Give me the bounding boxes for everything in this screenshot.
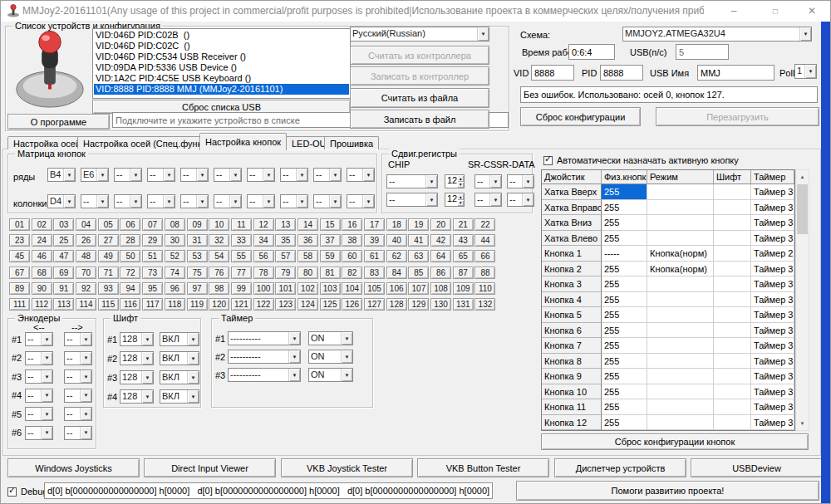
matrix-button[interactable]: 127	[364, 298, 385, 311]
table-cell[interactable]: Таймер 3	[751, 276, 794, 292]
table-row-header-cell[interactable]: Хатка Вправо	[542, 200, 602, 216]
matrix-col-pin-select[interactable]: --▼	[280, 194, 308, 208]
matrix-button[interactable]: 129	[408, 298, 429, 311]
table-row-header-cell[interactable]: Кнопка 8	[542, 354, 602, 369]
matrix-button[interactable]: 81	[320, 267, 341, 279]
table-cell[interactable]	[647, 354, 714, 369]
shift-mode-select[interactable]: ВКЛ▼	[160, 389, 199, 404]
bottom-button[interactable]: Диспетчер устройств	[554, 458, 686, 477]
encoder-right-select[interactable]: --▼	[64, 426, 92, 440]
table-cell[interactable]: Таймер 3	[751, 184, 794, 200]
matrix-button[interactable]: 83	[364, 267, 385, 279]
encoder-right-select[interactable]: --▼	[64, 407, 92, 421]
matrix-button[interactable]: 34	[253, 234, 274, 247]
device-list-item[interactable]: VID:046D PID:C02B ()	[94, 30, 349, 41]
timer-value-select[interactable]: ----------▼	[228, 331, 301, 345]
table-cell[interactable]	[647, 338, 714, 354]
table-cell[interactable]	[714, 323, 751, 339]
matrix-button[interactable]: 59	[320, 250, 341, 262]
table-cell[interactable]	[714, 415, 751, 431]
table-cell[interactable]: Таймер 3	[751, 231, 794, 247]
matrix-button[interactable]: 131	[453, 298, 474, 311]
matrix-button[interactable]: 14	[297, 218, 318, 231]
table-cell[interactable]: Таймер 3	[751, 384, 794, 400]
shift-button-select[interactable]: 128▼	[120, 389, 154, 404]
matrix-button[interactable]: 70	[76, 267, 96, 279]
matrix-button[interactable]: 119	[187, 298, 208, 311]
matrix-button[interactable]: 100	[253, 282, 274, 295]
matrix-button[interactable]: 69	[53, 267, 74, 279]
spin-down-icon[interactable]: ▼	[457, 200, 464, 207]
matrix-button[interactable]: 02	[32, 218, 52, 231]
matrix-button[interactable]: 92	[76, 282, 96, 295]
matrix-button[interactable]: 23	[9, 234, 30, 247]
maximize-button[interactable]: □	[760, 1, 790, 21]
encoder-right-select[interactable]: --▼	[64, 389, 92, 403]
table-row-header-cell[interactable]: Кнопка 6	[542, 323, 602, 339]
table-row-header-cell[interactable]: Кнопка 5	[542, 307, 602, 323]
encoder-left-select[interactable]: --▼	[25, 407, 53, 421]
matrix-button[interactable]: 66	[475, 250, 495, 262]
matrix-button[interactable]: 132	[475, 298, 495, 311]
shift-mode-select[interactable]: ВКЛ▼	[160, 332, 199, 346]
table-cell[interactable]	[647, 231, 714, 247]
table-cell[interactable]: Таймер 3	[751, 292, 794, 308]
encoder-left-select[interactable]: --▼	[25, 426, 53, 440]
matrix-button[interactable]: 85	[408, 267, 429, 279]
matrix-col-pin-select[interactable]: --▼	[180, 194, 209, 208]
shift-button-select[interactable]: 128▼	[120, 370, 154, 384]
bottom-button[interactable]: VKB Joystick Tester	[281, 458, 413, 477]
matrix-button[interactable]: 101	[275, 282, 296, 295]
matrix-button[interactable]: 42	[430, 234, 451, 247]
table-row-header-cell[interactable]: Кнопка 1	[542, 246, 602, 262]
table-cell[interactable]: Таймер 3	[751, 369, 794, 384]
matrix-button[interactable]: 61	[364, 250, 385, 262]
table-cell[interactable]	[647, 292, 714, 308]
bottom-button[interactable]: VKB Button Tester	[417, 458, 549, 477]
matrix-button[interactable]: 10	[209, 218, 229, 231]
matrix-row-pin-select[interactable]: --▼	[313, 168, 342, 182]
matrix-button[interactable]: 128	[386, 298, 407, 311]
matrix-button[interactable]: 65	[453, 250, 474, 262]
tab-buttons[interactable]: Настройка кнопок	[199, 133, 287, 150]
matrix-button[interactable]: 33	[231, 234, 252, 247]
matrix-button[interactable]: 47	[53, 250, 74, 262]
device-list-item[interactable]: VID:09DA PID:5336 USB Device ()	[94, 62, 349, 73]
matrix-button[interactable]: 118	[165, 298, 185, 311]
timer-mode-select[interactable]: ON▼	[308, 331, 353, 345]
matrix-button[interactable]: 107	[408, 282, 429, 295]
table-cell[interactable]: 255	[602, 323, 647, 339]
timer-value-select[interactable]: ----------▼	[228, 368, 301, 382]
matrix-button[interactable]: 76	[209, 267, 229, 279]
matrix-button[interactable]: 08	[165, 218, 185, 231]
reset-config-button[interactable]: Сброс конфигурации	[520, 107, 641, 126]
table-cell[interactable]	[647, 369, 714, 384]
matrix-button[interactable]: 62	[386, 250, 407, 262]
matrix-button[interactable]: 126	[342, 298, 362, 311]
matrix-row-pin-select[interactable]: --▼	[147, 168, 175, 182]
matrix-button[interactable]: 55	[231, 250, 252, 262]
table-row-header-cell[interactable]: Кнопка 3	[542, 276, 602, 292]
table-cell[interactable]	[714, 399, 751, 415]
matrix-button[interactable]: 116	[120, 298, 140, 311]
matrix-button[interactable]: 130	[430, 298, 451, 311]
matrix-button[interactable]: 86	[430, 267, 451, 279]
bottom-button[interactable]: Windows Joysticks	[7, 458, 140, 477]
matrix-button[interactable]: 25	[53, 234, 74, 247]
matrix-button[interactable]: 64	[430, 250, 451, 262]
scroll-down-icon[interactable]: ▼	[796, 417, 809, 430]
device-list-item[interactable]: VID:8888 PID:8888 MMJ (MMJoy2-20161101)	[94, 84, 349, 95]
matrix-button[interactable]: 53	[187, 250, 208, 262]
table-cell[interactable]: Таймер 3	[751, 338, 794, 354]
table-cell[interactable]: Таймер 3	[751, 215, 794, 231]
matrix-col-pin-select[interactable]: --▼	[313, 194, 342, 208]
matrix-button[interactable]: 124	[297, 298, 318, 311]
matrix-row-pin-select[interactable]: --▼	[347, 168, 375, 182]
table-cell[interactable]: 255	[602, 338, 647, 354]
auto-assign-checkbox[interactable]: ✓	[543, 156, 553, 165]
matrix-button[interactable]: 35	[275, 234, 296, 247]
encoder-left-select[interactable]: --▼	[25, 369, 53, 384]
table-cell[interactable]: Кнопка(норм)	[647, 262, 714, 277]
table-cell[interactable]: Таймер 3	[751, 399, 794, 415]
table-cell[interactable]	[647, 415, 714, 431]
